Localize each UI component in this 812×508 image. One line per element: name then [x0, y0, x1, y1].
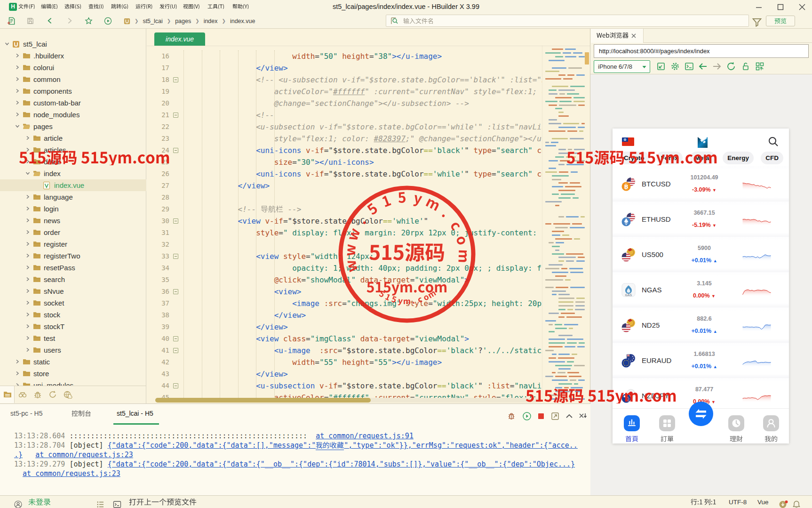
trade-fab-button[interactable] — [689, 402, 713, 426]
chevron-down-icon[interactable] — [25, 171, 30, 176]
category-tab-energy[interactable]: Energy — [723, 152, 754, 164]
nav-back-icon[interactable] — [698, 61, 708, 72]
run-button[interactable] — [104, 17, 112, 25]
minimap-handle[interactable] — [585, 52, 589, 65]
category-tab-cfd[interactable]: CFD — [761, 152, 783, 164]
collapse-panel-icon[interactable] — [565, 411, 574, 421]
menu-G[interactable] — [111, 0, 128, 14]
clear-log-icon[interactable] — [578, 411, 588, 421]
filter-icon[interactable] — [751, 16, 763, 28]
console-link[interactable]: .} — [14, 451, 23, 459]
chevron-right-icon[interactable] — [15, 371, 20, 376]
console-tab-2[interactable]: st5_lcai - H5 — [117, 410, 153, 424]
chevron-right-icon[interactable] — [15, 359, 20, 364]
outline-list-icon[interactable] — [96, 498, 105, 508]
menu-R[interactable] — [135, 0, 152, 14]
console-link[interactable]: at common/request.js:91 — [316, 432, 414, 440]
debug-bug-icon[interactable] — [33, 390, 42, 399]
tree-item-socket[interactable]: socket — [0, 297, 146, 309]
preview-button[interactable] — [766, 16, 795, 26]
save-button[interactable] — [26, 17, 34, 25]
chevron-right-icon[interactable] — [25, 265, 30, 270]
back-button[interactable] — [46, 17, 54, 24]
tree-item-article[interactable]: article — [0, 132, 146, 144]
tree-item-pages[interactable]: pages — [0, 121, 146, 132]
stop-icon[interactable] — [536, 411, 546, 421]
tree-item-language[interactable]: language — [0, 191, 146, 203]
minimap[interactable] — [543, 46, 590, 403]
app-tab-home[interactable] — [618, 415, 646, 443]
instrument-row-btcusd[interactable]: BBTCUSD101204.49-3.09% ▼ — [613, 166, 789, 202]
web-globe-icon[interactable] — [63, 390, 72, 399]
device-selector[interactable]: iPhone 6/7/8 — [594, 60, 650, 73]
chevron-right-icon[interactable] — [25, 336, 30, 340]
bookmark-star-button[interactable] — [85, 17, 93, 25]
menu-S[interactable] — [64, 0, 81, 14]
tree-item-test[interactable]: test — [0, 332, 146, 344]
chevron-right-icon[interactable] — [25, 194, 30, 199]
console-tab-0[interactable]: st5-pc - H5 — [10, 410, 42, 424]
fold-marker[interactable] — [173, 148, 178, 153]
chevron-right-icon[interactable] — [15, 100, 20, 105]
lock-icon[interactable] — [740, 61, 751, 72]
open-external-icon[interactable] — [656, 61, 666, 72]
chevron-right-icon[interactable] — [15, 77, 20, 81]
tree-item-index-vue[interactable]: index.vue — [0, 179, 146, 191]
app-tab-mine[interactable] — [757, 415, 785, 443]
close-button[interactable] — [795, 1, 809, 13]
breadcrumb-item[interactable]: pages — [175, 18, 191, 24]
chevron-right-icon[interactable] — [15, 89, 20, 93]
tree-item-node-modules[interactable]: node_modules — [0, 109, 146, 121]
horizontal-scrollbar-thumb[interactable] — [155, 398, 371, 403]
console-link[interactable]: {"data":{"code":200,"data":{"data":[],"m… — [108, 441, 316, 450]
tree-item-uni-modules[interactable]: uni_modules — [0, 379, 146, 386]
notification-bell-icon[interactable] — [792, 498, 801, 508]
horizontal-scrollbar[interactable] — [155, 398, 542, 403]
terminal-status-icon[interactable] — [113, 498, 121, 508]
minimize-button[interactable] — [752, 1, 766, 13]
chevron-right-icon[interactable] — [25, 300, 30, 305]
instrument-row-us500[interactable]: US5005900+0.01% ▲ — [613, 237, 789, 272]
fold-marker[interactable] — [173, 348, 178, 353]
tree-item-static[interactable]: static — [0, 356, 146, 368]
qrcode-icon[interactable] — [755, 61, 765, 72]
fold-marker[interactable] — [173, 383, 178, 388]
menu-T[interactable] — [207, 0, 224, 14]
chevron-right-icon[interactable] — [25, 136, 30, 140]
instrument-row-ngas[interactable]: GASNGAS3.1450.00% ▼ — [613, 272, 789, 307]
restart-icon[interactable] — [522, 411, 532, 421]
new-file-button[interactable] — [7, 16, 16, 25]
chevron-right-icon[interactable] — [25, 289, 30, 293]
console-tab-1[interactable] — [72, 410, 91, 424]
breadcrumb-item[interactable]: index — [204, 18, 218, 24]
chevron-right-icon[interactable] — [25, 347, 30, 352]
tree-item-resetPass[interactable]: resetPass — [0, 262, 146, 274]
tree-item-register[interactable]: register — [0, 238, 146, 250]
breadcrumb-item[interactable]: st5_lcai — [143, 18, 162, 24]
open-previous-preview[interactable] — [129, 496, 197, 508]
terminal-icon[interactable] — [684, 61, 694, 72]
breadcrumb-item[interactable]: index.vue — [230, 18, 255, 24]
chevron-down-icon[interactable] — [15, 124, 20, 129]
app-search-icon[interactable] — [768, 136, 779, 147]
export-log-icon[interactable] — [550, 411, 560, 421]
file-mode[interactable]: Vue — [757, 496, 769, 508]
debug-icon[interactable] — [507, 411, 516, 421]
chevron-right-icon[interactable] — [25, 230, 30, 234]
menu-H[interactable] — [232, 0, 249, 14]
tree-item-stockT[interactable]: stockT — [0, 321, 146, 332]
tree-item-colorui[interactable]: colorui — [0, 62, 146, 73]
chevron-right-icon[interactable] — [15, 53, 20, 58]
fold-marker[interactable] — [173, 113, 178, 118]
chevron-right-icon[interactable] — [25, 218, 30, 223]
chevron-right-icon[interactable] — [25, 242, 30, 246]
console-link[interactable]: at common/request.js:23 — [23, 469, 120, 478]
tree-item-stock[interactable]: stock — [0, 309, 146, 321]
chevron-right-icon[interactable] — [25, 206, 30, 211]
chevron-right-icon[interactable] — [25, 324, 30, 329]
instrument-row-euraud[interactable]: EURAUD1.66813+0.01% ▲ — [613, 343, 789, 378]
reload-icon[interactable] — [726, 61, 736, 72]
tree-item-common[interactable]: common — [0, 73, 146, 85]
tree-item-users[interactable]: users — [0, 344, 146, 356]
file-search-input[interactable] — [386, 15, 749, 27]
